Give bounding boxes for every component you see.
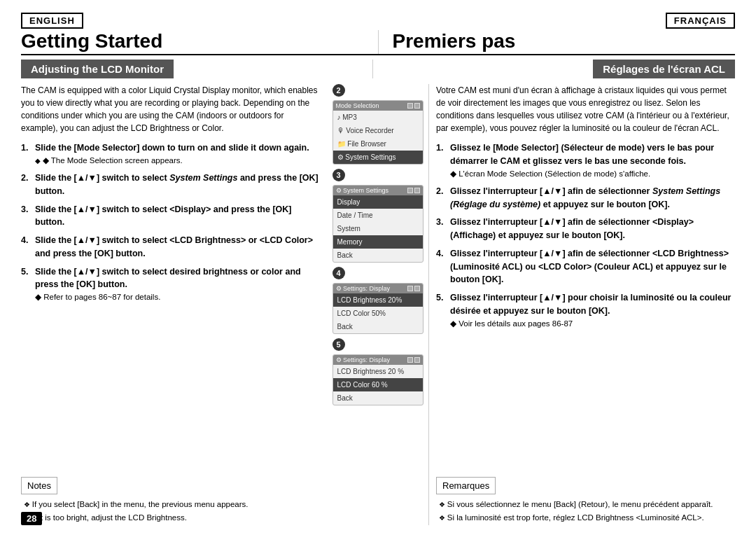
- remarques-box: Remarques: [436, 477, 496, 494]
- language-row: ENGLISH FRANÇAIS: [21, 13, 735, 29]
- step-fr-1: 1. Glissez le [Mode Selector] (Sélecteur…: [436, 141, 735, 180]
- screen-entry-4: 4 ⚙ Settings: Display LCD Brightness 20%…: [332, 267, 424, 334]
- step-fr-3-text: Glissez l'interrupteur [▲/▼] afin de sél…: [450, 217, 694, 240]
- screen-5-item-3: Back: [333, 391, 423, 405]
- remarque-item-2: Si la luminosité est trop forte, réglez …: [436, 512, 735, 524]
- screen-icon: [414, 286, 420, 291]
- step-en-4: 4. Slide the [▲/▼] switch to select <LCD…: [21, 234, 320, 260]
- step-fr-5-text: Glissez l'interrupteur [▲/▼] pour choisi…: [450, 293, 731, 316]
- intro-text-fr: Votre CAM est muni d'un écran à affichag…: [436, 84, 735, 134]
- screen-4-titlebar: ⚙ Settings: Display: [333, 284, 423, 293]
- step-fr-1-sub: ◆ L'écran Mode Selection (Sélection de m…: [450, 168, 735, 180]
- screen-3-titlebar: ⚙ System Settings: [333, 186, 423, 195]
- screen-5-item-1: LCD Brightness 20 %: [333, 365, 423, 378]
- section-header-en: Adjusting the LCD Monitor: [21, 60, 174, 78]
- step-fr-5: 5. Glissez l'interrupteur [▲/▼] pour cho…: [436, 291, 735, 330]
- screen-5-titlebar: ⚙ Settings: Display: [333, 355, 423, 365]
- screen-3-item-3: System: [333, 222, 423, 235]
- screen-badge-5: 5: [332, 338, 345, 351]
- screens-column: 2 Mode Selection ♪ MP3 🎙 Voice Recorder …: [327, 84, 428, 525]
- step-en-4-text: Slide the [▲/▼] switch to select <LCD Br…: [35, 235, 313, 258]
- lang-en-label: ENGLISH: [21, 13, 83, 29]
- screen-4-item-3: Back: [333, 320, 423, 333]
- remarques-section: Remarques Si vous sélectionnez le menu […: [436, 471, 735, 526]
- main-body: The CAM is equipped with a color Liquid …: [21, 84, 735, 525]
- screen-3: ⚙ System Settings Display Date / Time Sy…: [332, 185, 424, 263]
- screen-3-item-5: Back: [333, 249, 423, 262]
- steps-list-en: 1. Slide the [Mode Selector] down to tur…: [21, 141, 320, 303]
- screen-entry-5: 5 ⚙ Settings: Display LCD Brightness 20 …: [332, 338, 424, 405]
- screen-badge-2: 2: [332, 84, 345, 97]
- remarque-item-1: Si vous sélectionnez le menu [Back] (Ret…: [436, 499, 735, 510]
- step-en-2: 2. Slide the [▲/▼] switch to select Syst…: [21, 172, 320, 198]
- section-header-row: Adjusting the LCD Monitor Réglages de l'…: [21, 60, 735, 78]
- step-en-3-text: Slide the [▲/▼] switch to select <Displa…: [35, 204, 292, 228]
- steps-fr: 1. Glissez le [Mode Selector] (Sélecteur…: [436, 141, 735, 471]
- notes-box: Notes: [21, 477, 57, 494]
- note-item-2: If it is too bright, adjust the LCD Brig…: [21, 512, 320, 524]
- screen-2-item-3: 📁 File Browser: [333, 137, 423, 151]
- step-en-5-sub: ◆ Refer to pages 86~87 for details.: [35, 291, 320, 303]
- step-fr-4: 4. Glissez l'interrupteur [▲/▼] afin de …: [436, 247, 735, 286]
- remarques-label: Remarques: [442, 480, 489, 491]
- screen-2-item-4: ⚙ System Settings: [333, 151, 423, 164]
- screen-3-item-1: Display: [333, 195, 423, 209]
- screen-icon: [407, 188, 413, 193]
- screen-2-item-1: ♪ MP3: [333, 111, 423, 124]
- step-en-5-text: Slide the [▲/▼] switch to select desired…: [35, 267, 301, 290]
- screen-2: Mode Selection ♪ MP3 🎙 Voice Recorder 📁 …: [332, 100, 424, 165]
- screen-icon: [414, 188, 420, 193]
- lang-fr-label: FRANÇAIS: [666, 13, 735, 29]
- step-en-5: 5. Slide the [▲/▼] switch to select desi…: [21, 265, 320, 304]
- step-fr-5-sub: ◆ Voir les détails aux pages 86-87: [450, 318, 735, 330]
- screen-icon: [407, 357, 413, 363]
- page-number: 28: [21, 512, 42, 525]
- step-fr-2: 2. Glissez l'interrupteur [▲/▼] afin de …: [436, 185, 735, 211]
- step-en-1-sub: ◆ The Mode Selection screen appears.: [35, 155, 320, 167]
- screen-icon: [407, 286, 413, 291]
- screen-icon: [407, 103, 413, 109]
- screen-icon: [414, 103, 420, 109]
- section-header-fr: Réglages de l'écran ACL: [593, 60, 735, 78]
- screen-5-item-2: LCD Color 60 %: [333, 378, 423, 391]
- notes-items: If you select [Back] in the menu, the pr…: [21, 499, 320, 524]
- title-row: Getting Started Premiers pas: [21, 30, 735, 55]
- screen-4-item-2: LCD Color 50%: [333, 307, 423, 320]
- screen-2-titlebar: Mode Selection: [333, 101, 423, 111]
- screen-4-item-1: LCD Brightness 20%: [333, 293, 423, 307]
- screen-entry-2: 2 Mode Selection ♪ MP3 🎙 Voice Recorder …: [332, 84, 424, 165]
- screen-icon: [414, 357, 420, 363]
- step-en-2-text: Slide the [▲/▼] switch to select System …: [35, 173, 318, 196]
- screen-4: ⚙ Settings: Display LCD Brightness 20% L…: [332, 283, 424, 334]
- step-fr-2-text: Glissez l'interrupteur [▲/▼] afin de sél…: [450, 186, 720, 209]
- left-column: The CAM is equipped with a color Liquid …: [21, 84, 327, 525]
- step-fr-4-text: Glissez l'interrupteur [▲/▼] afin de sél…: [450, 249, 729, 285]
- right-column: Votre CAM est muni d'un écran à affichag…: [428, 84, 735, 525]
- screen-badge-4: 4: [332, 267, 345, 279]
- steps-en: 1. Slide the [Mode Selector] down to tur…: [21, 141, 320, 471]
- screen-badge-3: 3: [332, 169, 345, 181]
- title-fr: Premiers pas: [378, 30, 736, 54]
- intro-text-en: The CAM is equipped with a color Liquid …: [21, 84, 320, 134]
- step-fr-1-text: Glissez le [Mode Selector] (Sélecteur de…: [450, 143, 714, 166]
- step-en-1-text: Slide the [Mode Selector] down to turn o…: [35, 143, 309, 153]
- screen-3-item-4: Memory: [333, 235, 423, 249]
- title-en: Getting Started: [21, 30, 378, 54]
- screen-5: ⚙ Settings: Display LCD Brightness 20 % …: [332, 354, 424, 405]
- notes-section: Notes If you select [Back] in the menu, …: [21, 471, 320, 526]
- step-fr-3: 3. Glissez l'interrupteur [▲/▼] afin de …: [436, 216, 735, 242]
- note-item-1: If you select [Back] in the menu, the pr…: [21, 499, 320, 510]
- step-en-3: 3. Slide the [▲/▼] switch to select <Dis…: [21, 203, 320, 230]
- step-en-1: 1. Slide the [Mode Selector] down to tur…: [21, 141, 320, 167]
- remarques-items: Si vous sélectionnez le menu [Back] (Ret…: [436, 499, 735, 524]
- screen-entry-3: 3 ⚙ System Settings Display Date / Time …: [332, 169, 424, 263]
- screen-3-item-2: Date / Time: [333, 209, 423, 222]
- notes-label: Notes: [27, 480, 51, 491]
- screen-2-item-2: 🎙 Voice Recorder: [333, 124, 423, 137]
